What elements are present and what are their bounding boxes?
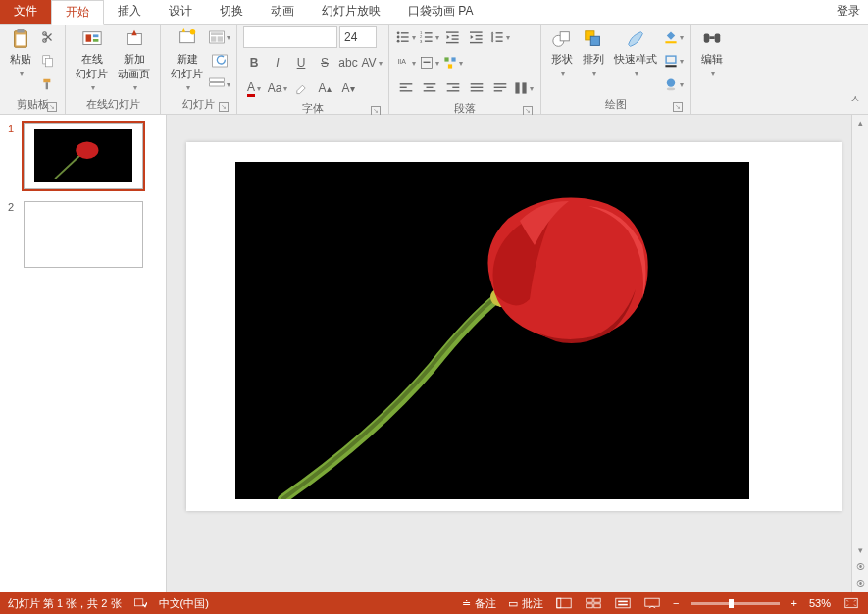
svg-rect-94 [618, 601, 628, 603]
normal-view-button[interactable] [555, 596, 573, 610]
online-slides-button[interactable]: 在线 幻灯片 [72, 26, 112, 94]
slide-canvas[interactable] [167, 115, 851, 592]
tab-slideshow[interactable]: 幻灯片放映 [308, 0, 394, 24]
zoom-level[interactable]: 53% [809, 597, 831, 609]
clipboard-launcher[interactable]: ↘ [47, 102, 57, 112]
find-button[interactable]: 编辑 [697, 26, 727, 79]
login-link[interactable]: 登录 [829, 0, 868, 24]
line-spacing-button[interactable] [489, 26, 511, 48]
underline-button[interactable]: U [290, 52, 312, 74]
notes-button[interactable]: ≐ 备注 [462, 596, 496, 611]
shadow-button[interactable]: abc [337, 52, 359, 74]
slide-counter[interactable]: 幻灯片 第 1 张，共 2 张 [8, 596, 122, 611]
new-anim-page-button[interactable]: 新加 动画页 [114, 26, 154, 94]
anim-page-icon [124, 28, 145, 50]
group-label-online: 在线幻灯片 [72, 95, 154, 114]
comments-button[interactable]: ▭ 批注 [508, 596, 543, 611]
strikethrough-button[interactable]: S [314, 52, 335, 74]
cut-button[interactable] [37, 26, 59, 48]
reading-view-button[interactable] [614, 596, 632, 610]
tab-design[interactable]: 设计 [155, 0, 206, 24]
slide-image[interactable] [235, 162, 749, 499]
svg-rect-1 [17, 29, 24, 33]
svg-rect-89 [587, 598, 592, 602]
slides-launcher[interactable]: ↘ [219, 102, 229, 112]
thumbnail-item[interactable]: 2 [8, 201, 158, 268]
layout-button[interactable] [209, 26, 230, 48]
font-size-select[interactable] [339, 26, 377, 48]
collapse-ribbon-button[interactable]: ㅅ [844, 88, 866, 110]
change-case-button[interactable]: Aa [267, 77, 288, 99]
font-family-select[interactable] [243, 26, 337, 48]
reset-button[interactable] [209, 50, 230, 72]
scroll-up-button[interactable]: ▴ [852, 115, 868, 131]
svg-text:IIA: IIA [397, 58, 406, 65]
tab-transitions[interactable]: 切换 [206, 0, 257, 24]
numbering-button[interactable]: 123 [419, 26, 440, 48]
char-spacing-button[interactable]: AV [361, 52, 383, 74]
align-left-button[interactable] [395, 77, 417, 99]
shape-outline-button[interactable] [663, 50, 685, 72]
tab-animations[interactable]: 动画 [257, 0, 308, 24]
current-slide[interactable] [186, 142, 842, 511]
shrink-font-button[interactable]: A▾ [337, 77, 359, 99]
fit-window-button[interactable] [842, 596, 860, 610]
quick-styles-button[interactable]: 快速样式 [610, 26, 661, 79]
smartart-button[interactable] [442, 52, 464, 74]
format-painter-button[interactable] [37, 74, 59, 95]
increase-indent-button[interactable] [466, 26, 487, 48]
align-center-button[interactable] [419, 77, 440, 99]
clear-format-button[interactable] [290, 77, 312, 99]
language-button[interactable]: 中文(中国) [159, 596, 209, 611]
copy-button[interactable] [37, 50, 59, 72]
bold-button[interactable]: B [243, 52, 265, 74]
svg-rect-51 [451, 57, 455, 61]
tab-pocket[interactable]: 口袋动画 PA [394, 0, 486, 24]
next-slide-button[interactable]: ⦿ [852, 576, 868, 592]
svg-rect-49 [424, 62, 431, 63]
vertical-scrollbar[interactable]: ▴ ▾ ⦿ ⦿ [851, 115, 868, 592]
columns-button[interactable] [513, 77, 535, 99]
sorter-view-button[interactable] [585, 596, 602, 610]
drawing-launcher[interactable]: ↘ [673, 102, 683, 112]
decrease-indent-button[interactable] [442, 26, 464, 48]
tab-file[interactable]: 文件 [0, 0, 51, 24]
thumbnail-item[interactable]: 1 [8, 123, 158, 189]
new-slide-button[interactable]: 新建 幻灯片 [167, 26, 207, 94]
slideshow-view-button[interactable] [643, 596, 661, 610]
scroll-track[interactable] [852, 131, 868, 542]
svg-rect-76 [665, 65, 676, 67]
zoom-in-button[interactable]: + [791, 597, 797, 609]
zoom-out-button[interactable]: − [673, 597, 679, 609]
scroll-down-button[interactable]: ▾ [852, 542, 868, 559]
distribute-button[interactable] [489, 77, 511, 99]
svg-rect-21 [210, 78, 225, 81]
font-color-button[interactable]: A [243, 77, 265, 99]
zoom-slider-thumb[interactable] [729, 599, 734, 608]
prev-slide-button[interactable]: ⦿ [852, 559, 868, 576]
paste-button[interactable]: 粘贴 [6, 26, 35, 79]
svg-rect-67 [494, 90, 502, 91]
svg-rect-61 [447, 90, 460, 91]
thumbnail-preview[interactable] [24, 123, 143, 189]
justify-button[interactable] [466, 77, 487, 99]
thumbnail-preview[interactable] [24, 201, 143, 268]
italic-button[interactable]: I [267, 52, 288, 74]
arrange-button[interactable]: 排列 [579, 26, 608, 79]
spellcheck-button[interactable] [133, 597, 147, 609]
group-paragraph: 123 IIA [389, 25, 541, 114]
shapes-button[interactable]: 形状 [547, 26, 577, 79]
tab-insert[interactable]: 插入 [104, 0, 155, 24]
normal-view-icon [556, 597, 572, 609]
align-text-button[interactable] [419, 52, 440, 74]
text-direction-button[interactable]: IIA [395, 52, 417, 74]
shape-effects-button[interactable] [663, 74, 685, 95]
tab-home[interactable]: 开始 [51, 0, 104, 25]
section-button[interactable] [209, 74, 230, 95]
shape-fill-button[interactable] [663, 26, 685, 48]
align-right-button[interactable] [442, 77, 464, 99]
svg-rect-91 [587, 604, 592, 608]
zoom-slider[interactable] [691, 602, 780, 605]
grow-font-button[interactable]: A▴ [314, 77, 335, 99]
bullets-button[interactable] [395, 26, 417, 48]
